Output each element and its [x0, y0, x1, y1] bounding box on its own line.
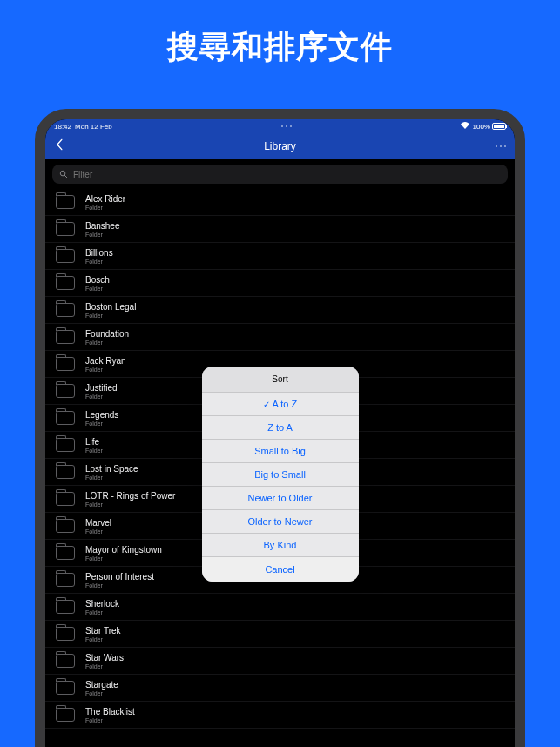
search-input[interactable] [73, 170, 501, 179]
device-frame: 18:42 Mon 12 Feb 100% Library [35, 109, 525, 747]
folder-icon [56, 492, 75, 506]
folder-icon [56, 546, 75, 560]
list-item[interactable]: SherlockFolder [45, 594, 515, 621]
item-subtitle: Folder [85, 259, 113, 265]
item-subtitle: Folder [85, 663, 124, 670]
item-title: Billions [85, 248, 113, 259]
item-subtitle: Folder [85, 340, 129, 346]
item-subtitle: Folder [85, 394, 118, 400]
folder-icon [56, 465, 75, 479]
list-item[interactable]: FoundationFolder [45, 324, 515, 351]
item-title: Jack Ryan [85, 356, 126, 367]
item-title: Sherlock [85, 599, 119, 609]
sheet-title: Sort [202, 367, 359, 393]
item-subtitle: Folder [85, 609, 119, 616]
status-time: 18:42 [54, 123, 71, 131]
item-subtitle: Folder [85, 232, 119, 238]
item-title: Alex Rider [85, 194, 125, 205]
item-title: Bosch [85, 275, 110, 286]
list-item[interactable]: StargateFolder [45, 675, 515, 702]
item-subtitle: Folder [85, 448, 103, 454]
folder-icon [56, 384, 75, 398]
item-subtitle: Folder [85, 636, 121, 643]
item-subtitle: Folder [85, 690, 118, 697]
sort-option[interactable]: Older to Newer [202, 510, 359, 534]
list-item[interactable]: Alex RiderFolder [45, 189, 515, 216]
item-subtitle: Folder [85, 555, 162, 562]
folder-icon [56, 249, 75, 263]
folder-icon [56, 654, 75, 668]
sort-option[interactable]: By Kind [202, 534, 359, 556]
item-title: The Blacklist [85, 707, 135, 717]
sheet-cancel-button[interactable]: Cancel [202, 556, 359, 582]
folder-icon [56, 708, 75, 722]
item-subtitle: Folder [85, 205, 125, 211]
sort-option[interactable]: Newer to Older [202, 487, 359, 510]
battery-icon [492, 123, 506, 130]
list-item[interactable]: The BlacklistFolder [45, 702, 515, 729]
status-bar: 18:42 Mon 12 Feb 100% [45, 119, 515, 133]
folder-icon [56, 195, 75, 209]
item-title: Life [85, 437, 103, 448]
folder-icon [56, 411, 75, 425]
item-title: Person of Interest [85, 572, 154, 582]
svg-line-1 [64, 175, 67, 178]
sort-option[interactable]: Small to Big [202, 440, 359, 463]
search-container [45, 159, 515, 189]
sort-option[interactable]: Big to Small [202, 463, 359, 487]
item-subtitle: Folder [85, 582, 154, 589]
item-subtitle: Folder [85, 717, 135, 723]
search-field[interactable] [52, 165, 508, 184]
item-title: Lost in Space [85, 464, 138, 474]
item-title: Justified [85, 383, 118, 394]
list-item[interactable]: Star WarsFolder [45, 648, 515, 675]
item-subtitle: Folder [85, 313, 136, 319]
item-title: Boston Legal [85, 302, 136, 313]
item-title: Mayor of Kingstown [85, 545, 162, 555]
item-subtitle: Folder [85, 367, 126, 373]
folder-icon [56, 222, 75, 236]
status-date: Mon 12 Feb [75, 123, 112, 131]
search-icon [59, 166, 68, 182]
wifi-icon [461, 122, 469, 131]
sort-option[interactable]: A to Z [202, 393, 359, 416]
item-title: Legends [85, 410, 118, 421]
folder-icon [56, 627, 75, 641]
item-title: Star Wars [85, 653, 124, 663]
folder-icon [56, 519, 75, 533]
item-title: Stargate [85, 680, 118, 690]
back-button[interactable] [54, 138, 64, 154]
item-title: LOTR - Rings of Power [85, 491, 175, 501]
multitask-dots [281, 125, 292, 127]
list-item[interactable]: BoschFolder [45, 270, 515, 297]
list-item[interactable]: BansheeFolder [45, 216, 515, 243]
list-item[interactable]: BillionsFolder [45, 243, 515, 270]
item-title: Foundation [85, 329, 129, 340]
sort-option[interactable]: Z to A [202, 416, 359, 440]
item-title: Banshee [85, 221, 119, 232]
nav-title: Library [264, 140, 296, 152]
item-subtitle: Folder [85, 501, 175, 508]
folder-icon [56, 330, 75, 344]
folder-icon [56, 573, 75, 587]
battery-percent: 100% [473, 123, 490, 131]
more-button[interactable] [496, 145, 506, 147]
item-subtitle: Folder [85, 421, 118, 427]
folder-icon [56, 681, 75, 695]
item-title: Marvel [85, 518, 111, 528]
folder-icon [56, 276, 75, 290]
item-subtitle: Folder [85, 474, 138, 481]
nav-header: Library [45, 133, 515, 159]
folder-icon [56, 600, 75, 614]
sort-sheet: Sort A to ZZ to ASmall to BigBig to Smal… [202, 367, 359, 582]
item-subtitle: Folder [85, 286, 110, 292]
folder-icon [56, 303, 75, 317]
folder-icon [56, 357, 75, 371]
promo-headline: 搜尋和排序文件 [0, 0, 560, 95]
screen: 18:42 Mon 12 Feb 100% Library [45, 119, 515, 747]
item-subtitle: Folder [85, 528, 111, 535]
list-item[interactable]: Star TrekFolder [45, 621, 515, 648]
item-title: Star Trek [85, 626, 121, 636]
list-item[interactable]: Boston LegalFolder [45, 297, 515, 324]
folder-icon [56, 438, 75, 452]
